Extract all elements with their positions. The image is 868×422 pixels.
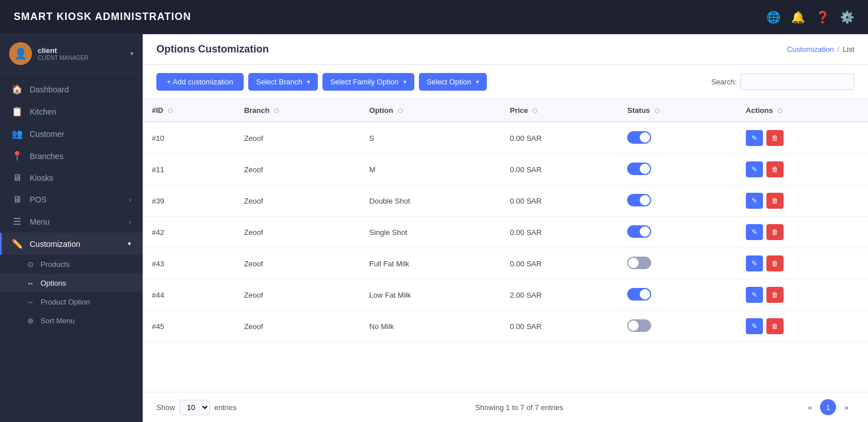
select-branch-button[interactable]: Select Branch ▾ bbox=[248, 73, 318, 91]
settings-icon[interactable]: ⚙️ bbox=[840, 10, 854, 24]
select-family-option-chevron-icon: ▾ bbox=[403, 79, 406, 85]
edit-button[interactable]: ✎ bbox=[746, 130, 763, 146]
add-customization-button[interactable]: + Add customization bbox=[156, 73, 244, 91]
sidebar-item-label: Kiosks bbox=[30, 173, 53, 182]
cell-actions: ✎ 🗑 bbox=[737, 217, 868, 248]
breadcrumb-link[interactable]: Customization bbox=[787, 45, 834, 54]
delete-button[interactable]: 🗑 bbox=[766, 161, 784, 177]
delete-button[interactable]: 🗑 bbox=[766, 255, 784, 271]
status-toggle[interactable] bbox=[627, 194, 651, 206]
col-price[interactable]: Price ⬡ bbox=[501, 99, 619, 122]
col-option[interactable]: Option ⬡ bbox=[360, 99, 501, 122]
edit-button[interactable]: ✎ bbox=[746, 255, 763, 271]
edit-button[interactable]: ✎ bbox=[746, 161, 763, 177]
sidebar-item-customer[interactable]: 👥 Customer bbox=[0, 123, 143, 145]
breadcrumb-separator: / bbox=[837, 45, 839, 54]
cell-option: Low Fat Milk bbox=[360, 279, 501, 311]
status-toggle[interactable] bbox=[627, 131, 651, 144]
user-info: client CLIENT MANAGER bbox=[38, 46, 124, 61]
pagination-page-1-button[interactable]: 1 bbox=[820, 399, 836, 415]
top-header: SMART KIOSK ADMINISTRATION 🌐 🔔 ❓ ⚙️ bbox=[0, 0, 868, 34]
main-layout: 👤 client CLIENT MANAGER ▾ 🏠 Dashboard 📋 … bbox=[0, 34, 868, 422]
sub-nav-label: Product Option bbox=[41, 298, 90, 306]
sort-option-icon: ⬡ bbox=[398, 108, 403, 114]
sidebar-user[interactable]: 👤 client CLIENT MANAGER ▾ bbox=[0, 34, 143, 74]
sidebar-item-products[interactable]: ⊙ Products bbox=[0, 255, 143, 274]
header-icons: 🌐 🔔 ❓ ⚙️ bbox=[766, 10, 854, 24]
bell-icon[interactable]: 🔔 bbox=[791, 10, 805, 24]
sort-menu-icon: ⊕ bbox=[26, 316, 35, 325]
status-toggle[interactable] bbox=[627, 257, 651, 269]
delete-button[interactable]: 🗑 bbox=[766, 318, 784, 334]
product-option-icon: ↔ bbox=[26, 298, 35, 306]
sidebar-item-label: Customer bbox=[30, 129, 64, 139]
cell-actions: ✎ 🗑 bbox=[737, 311, 868, 342]
edit-button[interactable]: ✎ bbox=[746, 193, 763, 209]
menu-icon: ☰ bbox=[11, 216, 23, 227]
cell-price: 0.00 SAR bbox=[501, 154, 619, 185]
help-icon[interactable]: ❓ bbox=[815, 10, 830, 24]
sidebar-item-menu[interactable]: ☰ Menu › bbox=[0, 210, 143, 233]
select-option-chevron-icon: ▾ bbox=[476, 79, 479, 85]
sub-nav-label: Options bbox=[41, 279, 66, 287]
sidebar-item-dashboard[interactable]: 🏠 Dashboard bbox=[0, 78, 143, 100]
branches-icon: 📍 bbox=[11, 151, 23, 161]
sidebar-item-branches[interactable]: 📍 Branches bbox=[0, 145, 143, 167]
cell-status bbox=[618, 154, 736, 185]
customization-sub-nav: ⊙ Products ↔ Options ↔ Product Option ⊕ … bbox=[0, 255, 143, 330]
delete-button[interactable]: 🗑 bbox=[766, 193, 784, 209]
table-row: #42 Zeoof Single Shot 0.00 SAR ✎ 🗑 bbox=[143, 217, 868, 248]
status-toggle[interactable] bbox=[627, 225, 651, 238]
status-toggle[interactable] bbox=[627, 319, 651, 332]
table-container: #ID ⬡ Branch ⬡ Option ⬡ Price ⬡ Status ⬡… bbox=[143, 99, 868, 392]
select-family-option-button[interactable]: Select Family Option ▾ bbox=[322, 73, 414, 91]
select-option-button[interactable]: Select Option ▾ bbox=[419, 73, 487, 91]
pagination-last-button[interactable]: » bbox=[838, 399, 854, 415]
status-toggle[interactable] bbox=[627, 288, 651, 301]
globe-icon[interactable]: 🌐 bbox=[766, 10, 781, 24]
edit-button[interactable]: ✎ bbox=[746, 318, 763, 334]
cell-option: Double Shot bbox=[360, 185, 501, 217]
cell-actions: ✎ 🗑 bbox=[737, 185, 868, 217]
user-role: CLIENT MANAGER bbox=[38, 55, 124, 61]
sidebar-item-kiosks[interactable]: 🖥 Kiosks bbox=[0, 167, 143, 189]
select-branch-chevron-icon: ▾ bbox=[307, 79, 310, 85]
options-icon: ↔ bbox=[26, 279, 35, 287]
col-branch[interactable]: Branch ⬡ bbox=[235, 99, 360, 122]
cell-status bbox=[618, 217, 736, 248]
toolbar: + Add customization Select Branch ▾ Sele… bbox=[143, 65, 868, 99]
breadcrumb-current: List bbox=[843, 45, 854, 54]
sidebar-item-options[interactable]: ↔ Options bbox=[0, 274, 143, 293]
col-id[interactable]: #ID ⬡ bbox=[143, 99, 235, 122]
sidebar-item-sort-menu[interactable]: ⊕ Sort Menu bbox=[0, 311, 143, 330]
products-icon: ⊙ bbox=[26, 260, 35, 269]
edit-button[interactable]: ✎ bbox=[746, 287, 763, 303]
sidebar-item-label: Dashboard bbox=[30, 85, 69, 94]
select-branch-label: Select Branch bbox=[256, 78, 302, 86]
delete-button[interactable]: 🗑 bbox=[766, 130, 784, 146]
delete-button[interactable]: 🗑 bbox=[766, 287, 784, 303]
cell-actions: ✎ 🗑 bbox=[737, 154, 868, 185]
status-toggle[interactable] bbox=[627, 163, 651, 175]
edit-button[interactable]: ✎ bbox=[746, 224, 763, 240]
kitchen-icon: 📋 bbox=[11, 106, 23, 117]
search-input[interactable] bbox=[740, 74, 854, 90]
sidebar-item-customization[interactable]: ✏️ Customization ▾ bbox=[0, 233, 143, 255]
sidebar-item-label: Menu bbox=[30, 217, 50, 226]
search-label: Search: bbox=[711, 78, 737, 86]
cell-branch: Zeoof bbox=[235, 279, 360, 311]
sidebar-item-pos[interactable]: 🖥 POS › bbox=[0, 189, 143, 210]
pos-chevron-icon: › bbox=[129, 196, 131, 203]
pagination-first-button[interactable]: « bbox=[802, 399, 818, 415]
sidebar-item-product-option[interactable]: ↔ Product Option bbox=[0, 293, 143, 311]
delete-button[interactable]: 🗑 bbox=[766, 224, 784, 240]
sidebar-nav: 🏠 Dashboard 📋 Kitchen 👥 Customer 📍 Branc… bbox=[0, 74, 143, 335]
col-status[interactable]: Status ⬡ bbox=[618, 99, 736, 122]
cell-status bbox=[618, 248, 736, 279]
entries-select[interactable]: 10 25 50 bbox=[180, 400, 210, 415]
sub-nav-label: Products bbox=[41, 260, 70, 269]
table-row: #43 Zeoof Full Fat Milk 0.00 SAR ✎ 🗑 bbox=[143, 248, 868, 279]
cell-actions: ✎ 🗑 bbox=[737, 122, 868, 154]
cell-branch: Zeoof bbox=[235, 122, 360, 154]
sidebar-item-kitchen[interactable]: 📋 Kitchen bbox=[0, 100, 143, 123]
